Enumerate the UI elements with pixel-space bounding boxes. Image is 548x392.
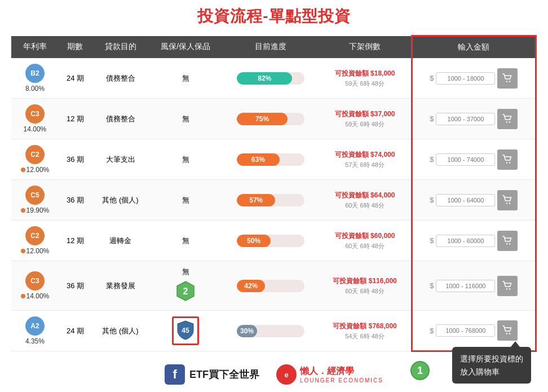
add-to-cart-button[interactable] [497, 231, 518, 251]
rate-cell: A2 4.35% [11, 311, 59, 351]
svg-point-12 [506, 288, 507, 289]
add-to-cart-button[interactable] [497, 190, 518, 210]
amount-input[interactable] [436, 113, 495, 125]
amount-cell: $ [412, 139, 536, 180]
countdown-cell: 可投資餘額 $116,000 60天 6時 48分 [319, 261, 412, 311]
add-to-cart-button[interactable] [497, 149, 518, 170]
insurance-cell: 無 [149, 139, 223, 180]
period-cell: 24 期 [59, 311, 92, 351]
rate-value: 19.90% [26, 206, 50, 214]
insurance-cell: 無 [149, 58, 223, 99]
rate-value: 12.00% [26, 166, 50, 174]
hexagon-icon: 2 [174, 279, 197, 303]
progress-bar-container: 63% [237, 153, 304, 166]
insurance-cell: 無 2 [149, 261, 223, 311]
investment-table: 年利率 期數 貸款目的 風保/保人保品 目前進度 下架倒數 輸入金額 B2 8.… [11, 35, 537, 352]
amount-input[interactable] [436, 194, 495, 206]
rating-badge: C3 [25, 104, 45, 124]
cart-icon [502, 195, 512, 205]
svg-point-2 [506, 121, 507, 122]
dollar-sign: $ [430, 196, 434, 204]
amount-input-group: $ [417, 109, 531, 129]
purpose-cell: 其他 (個人) [92, 311, 149, 351]
amount-input-group: $ [417, 231, 531, 251]
investment-table-wrapper: 年利率 期數 貸款目的 風保/保人保品 目前進度 下架倒數 輸入金額 B2 8.… [11, 35, 537, 352]
countdown-time: 54天 6時 48分 [324, 332, 406, 341]
fb-logo: f ETF買下全世界 [165, 364, 259, 385]
svg-point-13 [509, 288, 510, 289]
amount-input-group: $ [417, 320, 531, 341]
col-amount: 輸入金額 [412, 36, 536, 59]
col-insurance: 風保/保人保品 [149, 36, 223, 59]
progress-bar-container: 82% [237, 72, 304, 85]
progress-cell: 30% [223, 311, 319, 351]
dollar-sign: $ [430, 155, 434, 164]
insurance-cell: 45 [149, 311, 223, 351]
amount-input[interactable] [436, 153, 495, 166]
table-row: C3 14.00% 12 期債務整合無 75% 可投資餘額 $37,000 59… [11, 99, 536, 139]
rate-cell: C3 14.00% [11, 99, 59, 139]
period-cell: 24 期 [59, 58, 92, 99]
purpose-cell: 大筆支出 [92, 139, 149, 180]
purpose-cell: 債務整合 [92, 58, 149, 99]
rate-cell: C2 12.00% [11, 221, 59, 261]
countdown-time: 59天 6時 48分 [324, 80, 406, 88]
progress-bar-container: 75% [237, 113, 304, 125]
rate-cell: C2 12.00% [11, 139, 59, 180]
svg-point-8 [506, 243, 507, 244]
countdown-time: 60天 6時 48分 [324, 287, 406, 296]
countdown-time: 60天 6時 48分 [324, 242, 406, 250]
progress-bar: 82% [237, 72, 292, 85]
amount-input[interactable] [436, 72, 495, 85]
col-rate: 年利率 [11, 36, 59, 59]
rating-badge: C2 [25, 226, 45, 245]
rate-value: 14.00% [24, 125, 47, 133]
period-cell: 36 期 [59, 180, 92, 221]
cart-icon [502, 236, 512, 246]
investable-amount: 可投資餘額 $37,000 [324, 109, 406, 119]
investable-amount: 可投資餘額 $64,000 [324, 191, 406, 200]
progress-bar: 63% [237, 153, 280, 166]
period-cell: 12 期 [59, 221, 92, 261]
add-to-cart-button[interactable] [497, 68, 518, 89]
purpose-cell: 其他 (個人) [92, 180, 149, 221]
progress-bar: 57% [237, 194, 275, 206]
lounger-text-group: 懶人．經濟學 LOUNGER ECONOMICS [300, 365, 383, 384]
amount-input-group: $ [417, 149, 531, 170]
rate-value: 14.00% [26, 292, 50, 300]
period-cell: 36 期 [59, 261, 92, 311]
progress-bar-container: 50% [237, 235, 304, 247]
purpose-cell: 業務發展 [92, 261, 149, 311]
investable-amount: 可投資餘額 $60,000 [324, 231, 406, 241]
add-to-cart-button[interactable] [497, 109, 518, 129]
col-period: 期數 [59, 36, 92, 59]
insurance-cell: 無 [149, 221, 223, 261]
amount-cell: $ [412, 221, 536, 261]
countdown-cell: 可投資餘額 $37,000 59天 6時 48分 [319, 99, 412, 139]
svg-text:2: 2 [183, 287, 188, 296]
dollar-sign: $ [430, 114, 434, 123]
cart-icon [502, 155, 512, 165]
rate-cell: C5 19.90% [11, 180, 59, 221]
amount-cell: $ [412, 58, 536, 99]
amount-cell: $ [412, 180, 536, 221]
add-to-cart-button[interactable] [497, 320, 518, 341]
progress-cell: 57% [223, 180, 319, 221]
hex-badge-container: 2 [174, 279, 197, 305]
add-to-cart-button[interactable] [497, 276, 518, 296]
period-cell: 12 期 [59, 99, 92, 139]
insurance-text: 無 [182, 267, 189, 277]
progress-bar-container: 42% [237, 280, 304, 292]
dollar-sign: $ [430, 327, 434, 335]
svg-point-4 [506, 162, 507, 163]
amount-input[interactable] [436, 235, 495, 247]
amount-input[interactable] [436, 280, 495, 292]
investable-amount: 可投資餘額 $768,000 [324, 321, 406, 331]
lounger-logo: e 懶人．經濟學 LOUNGER ECONOMICS [276, 364, 383, 385]
amount-input[interactable] [436, 324, 495, 337]
svg-point-16 [509, 333, 510, 334]
col-progress: 目前進度 [223, 36, 319, 59]
countdown-cell: 可投資餘額 $60,000 60天 6時 48分 [319, 221, 412, 261]
fb-text: ETF買下全世界 [189, 368, 259, 381]
svg-point-1 [509, 81, 510, 82]
